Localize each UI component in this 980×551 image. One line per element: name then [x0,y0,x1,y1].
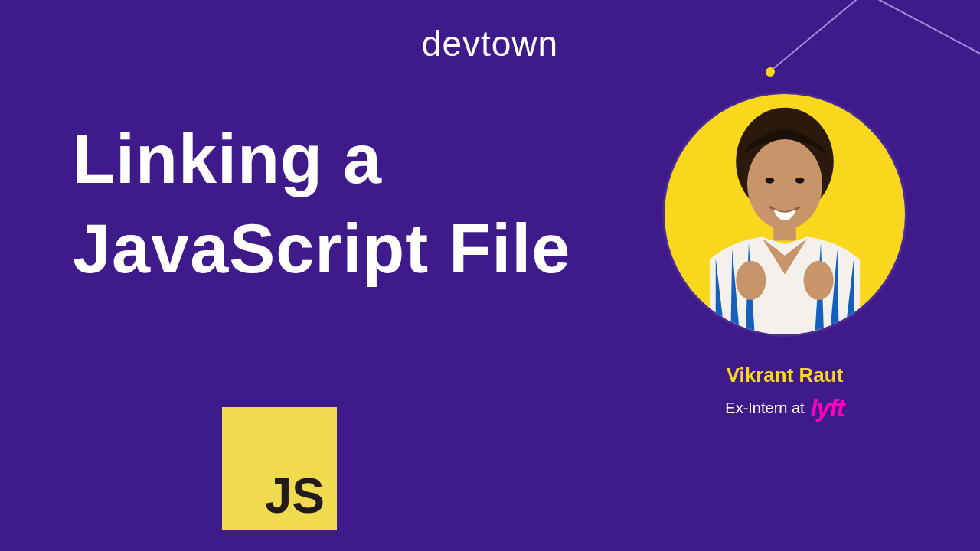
slide-title: Linking a JavaScript File [73,115,570,294]
presenter-name: Vikrant Raut [662,364,907,387]
svg-rect-11 [813,263,824,285]
title-line-2: JavaScript File [73,204,570,294]
svg-rect-7 [773,222,795,241]
lyft-logo: lyft [811,394,844,422]
title-line-1: Linking a [73,115,570,204]
decorative-line-graphic [766,0,980,84]
svg-line-0 [865,0,980,54]
brand-logo: devtown [422,23,558,64]
svg-rect-9 [746,263,756,285]
presenter-photo [662,92,907,337]
presenter-subtitle: Ex-Intern at lyft [662,394,907,422]
svg-point-5 [765,178,774,184]
js-badge-text: JS [265,471,325,520]
subtitle-role-text: Ex-Intern at [725,399,804,417]
svg-point-2 [766,67,775,77]
svg-line-1 [766,0,865,75]
javascript-icon: JS [222,407,337,530]
svg-point-6 [795,178,805,184]
